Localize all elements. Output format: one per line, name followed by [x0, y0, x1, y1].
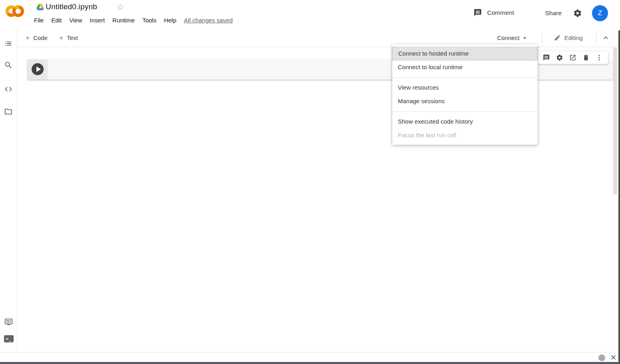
folder-icon	[4, 107, 13, 116]
chevron-up-icon	[601, 33, 610, 42]
terminal-button[interactable]: >_	[4, 335, 14, 342]
menu-help[interactable]: Help	[164, 17, 177, 24]
menu-item-connect-hosted[interactable]: Connect to hosted runtime	[392, 47, 538, 60]
command-palette-button[interactable]	[4, 318, 13, 326]
code-snippets-button[interactable]	[4, 85, 13, 94]
table-of-contents-button[interactable]	[4, 39, 13, 48]
status-dot-icon	[598, 354, 605, 361]
window-right-edge	[618, 30, 620, 364]
files-button[interactable]	[4, 107, 13, 116]
menu-tools[interactable]: Tools	[142, 17, 157, 24]
add-code-button[interactable]: + Code	[26, 29, 48, 47]
code-icon	[4, 85, 13, 94]
menu-insert[interactable]: Insert	[90, 17, 105, 24]
open-in-tab-icon[interactable]	[569, 54, 576, 61]
menu-item-code-history[interactable]: Show executed code history	[392, 115, 538, 128]
close-statusbar-button[interactable]	[610, 354, 617, 361]
pencil-icon	[554, 34, 561, 41]
colab-logo[interactable]	[6, 3, 25, 19]
play-icon	[36, 66, 41, 72]
menu-item-focus-last-cell: Focus the last run cell	[392, 128, 538, 142]
menu-divider	[392, 77, 538, 78]
menu-item-connect-local[interactable]: Connect to local runtime	[392, 60, 538, 74]
avatar-letter: Z	[598, 9, 602, 17]
delete-cell-icon[interactable]	[582, 54, 590, 61]
menu-runtime[interactable]: Runtime	[112, 17, 135, 24]
comment-label: Comment	[487, 9, 514, 16]
avatar[interactable]: Z	[592, 5, 608, 21]
more-options-icon[interactable]	[596, 54, 603, 61]
add-text-button[interactable]: + Text	[59, 29, 78, 47]
menu-item-manage-sessions[interactable]: Manage sessions	[392, 94, 538, 108]
toolbar-divider	[596, 32, 597, 43]
collapse-toolbar-button[interactable]	[601, 33, 610, 42]
vertical-scrollbar-thumb[interactable]	[613, 48, 617, 194]
add-text-label: Text	[67, 34, 78, 41]
command-palette-icon	[4, 318, 13, 326]
add-code-label: Code	[33, 34, 48, 41]
search-icon	[4, 61, 13, 70]
left-sidebar: >_	[0, 29, 17, 352]
menu-file[interactable]: File	[34, 17, 44, 24]
run-cell-button[interactable]	[32, 63, 44, 75]
chevron-down-icon	[521, 34, 529, 42]
cell-comment-icon[interactable]	[543, 54, 550, 61]
cell-gutter	[27, 59, 48, 80]
menu-edit[interactable]: Edit	[51, 17, 62, 24]
cell-settings-icon[interactable]	[556, 54, 563, 61]
menu-item-view-resources[interactable]: View resources	[392, 81, 538, 94]
toc-icon	[4, 39, 13, 48]
menu-divider	[392, 111, 538, 112]
menu-view[interactable]: View	[69, 17, 82, 24]
colab-logo-icon	[6, 3, 25, 19]
drive-icon	[36, 4, 44, 10]
settings-button[interactable]	[573, 9, 582, 18]
bottom-status-bar	[0, 352, 620, 362]
find-replace-button[interactable]	[4, 61, 13, 70]
comment-button[interactable]: Comment	[474, 8, 514, 17]
editing-mode-button[interactable]: Editing	[554, 29, 583, 47]
toolbar-divider	[542, 32, 542, 43]
menubar: File Edit View Insert Runtime Tools Help…	[34, 17, 233, 24]
notebook-title[interactable]: Untitled0.ipynb	[46, 2, 97, 11]
cell-toolbar	[538, 51, 608, 64]
plus-icon: +	[59, 34, 63, 42]
editing-label: Editing	[564, 34, 583, 41]
plus-icon: +	[26, 34, 30, 42]
star-icon[interactable]: ☆	[116, 2, 124, 12]
terminal-icon: >_	[6, 337, 12, 341]
share-button[interactable]: Share	[545, 10, 562, 17]
save-status[interactable]: All changes saved	[184, 17, 233, 24]
close-icon	[610, 354, 617, 361]
taskbar-edge	[0, 362, 620, 364]
comment-icon	[474, 8, 482, 17]
connect-label: Connect	[497, 34, 520, 41]
connect-dropdown-menu: Connect to hosted runtime Connect to loc…	[392, 44, 538, 145]
gear-icon	[573, 9, 582, 18]
